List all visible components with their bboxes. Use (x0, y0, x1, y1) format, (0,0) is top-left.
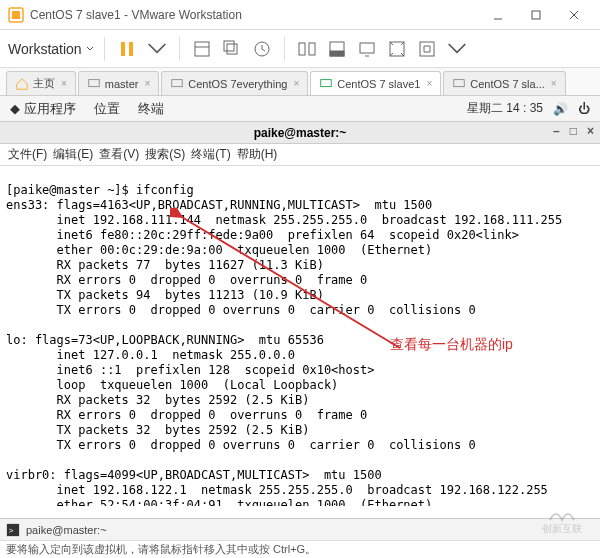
menu-view[interactable]: 查看(V) (99, 146, 139, 163)
console-button[interactable] (355, 37, 379, 61)
hint-text: 要将输入定向到该虚拟机，请将鼠标指针移入其中或按 Ctrl+G。 (6, 542, 316, 557)
svg-rect-9 (227, 44, 237, 54)
annotation-text: 查看每一台机器的ip (390, 336, 513, 354)
window-title: CentOS 7 slave1 - VMware Workstation (30, 8, 480, 22)
svg-rect-15 (330, 51, 344, 56)
menu-search[interactable]: 搜索(S) (145, 146, 185, 163)
vm-icon (452, 77, 466, 91)
tab-home[interactable]: 主页 × (6, 71, 76, 95)
home-icon (15, 77, 29, 91)
svg-rect-16 (360, 43, 374, 53)
thumbnail-button[interactable] (325, 37, 349, 61)
tools-dropdown[interactable] (445, 37, 469, 61)
gnome-applications[interactable]: ◆ 应用程序 (10, 100, 76, 118)
svg-rect-23 (454, 79, 465, 86)
vm-icon (87, 77, 101, 91)
terminal-minimize[interactable]: – (553, 124, 560, 138)
tab-centos-everything[interactable]: CentOS 7everything × (161, 71, 308, 95)
svg-rect-22 (321, 79, 332, 86)
tab-label: CentOS 7everything (188, 78, 287, 90)
svg-rect-21 (172, 79, 183, 86)
svg-rect-6 (121, 42, 125, 56)
close-icon[interactable]: × (144, 78, 150, 89)
tab-centos-slave1[interactable]: CentOS 7 slave1 × (310, 71, 441, 95)
vm-icon (319, 77, 333, 91)
svg-rect-3 (532, 11, 540, 19)
terminal-title-text: paike@master:~ (254, 126, 347, 140)
svg-rect-7 (129, 42, 133, 56)
svg-rect-1 (12, 11, 20, 19)
tab-centos-slave2[interactable]: CentOS 7 sla... × (443, 71, 565, 95)
menu-terminal[interactable]: 终端(T) (191, 146, 230, 163)
terminal-output[interactable]: [paike@master ~]$ ifconfig ens33: flags=… (0, 166, 600, 506)
power-icon[interactable]: ⏻ (578, 102, 590, 116)
window-title-bar: CentOS 7 slave1 - VMware Workstation (0, 0, 600, 30)
close-icon[interactable]: × (293, 78, 299, 89)
pause-button[interactable] (115, 37, 139, 61)
chevron-down-icon (86, 45, 94, 53)
svg-rect-12 (299, 43, 305, 55)
menu-file[interactable]: 文件(F) (8, 146, 47, 163)
tab-label: master (105, 78, 139, 90)
svg-text:>: > (9, 525, 14, 534)
svg-rect-20 (89, 79, 100, 86)
svg-rect-19 (420, 42, 434, 56)
svg-rect-13 (309, 43, 315, 55)
minimize-button[interactable] (480, 3, 516, 27)
terminal-close[interactable]: × (587, 124, 594, 138)
terminal-maximize[interactable]: □ (570, 124, 577, 138)
tab-master[interactable]: master × (78, 71, 159, 95)
vmware-status-bar: > paike@master:~ (0, 518, 600, 540)
status-vm-name: paike@master:~ (26, 524, 107, 536)
terminal-menu-bar: 文件(F) 编辑(E) 查看(V) 搜索(S) 终端(T) 帮助(H) (0, 144, 600, 166)
menu-edit[interactable]: 编辑(E) (53, 146, 93, 163)
vmware-icon (8, 7, 24, 23)
volume-icon[interactable]: 🔊 (553, 102, 568, 116)
close-icon[interactable]: × (426, 78, 432, 89)
stretch-button[interactable] (385, 37, 409, 61)
vm-icon (170, 77, 184, 91)
close-button[interactable] (556, 3, 592, 27)
close-icon[interactable]: × (61, 78, 67, 89)
tab-label: CentOS 7 slave1 (337, 78, 420, 90)
gnome-apps-label: 应用程序 (24, 100, 76, 118)
view-library-button[interactable] (295, 37, 319, 61)
tab-home-label: 主页 (33, 76, 55, 91)
terminal-title-bar: paike@master:~ – □ × (0, 122, 600, 144)
main-toolbar: Workstation (0, 30, 600, 68)
gnome-places[interactable]: 位置 (94, 100, 120, 118)
workstation-label: Workstation (8, 41, 82, 57)
close-icon[interactable]: × (551, 78, 557, 89)
svg-rect-8 (195, 42, 209, 56)
revert-button[interactable] (250, 37, 274, 61)
gnome-terminal[interactable]: 终端 (138, 100, 164, 118)
apps-icon: ◆ (10, 101, 20, 116)
workstation-menu[interactable]: Workstation (8, 41, 94, 57)
fullscreen-button[interactable] (415, 37, 439, 61)
svg-rect-10 (224, 41, 234, 51)
snapshot-button[interactable] (190, 37, 214, 61)
power-dropdown[interactable] (145, 37, 169, 61)
tab-label: CentOS 7 sla... (470, 78, 545, 90)
gnome-top-bar: ◆ 应用程序 位置 终端 星期二 14 : 35 🔊 ⏻ (0, 96, 600, 122)
watermark-logo: 创新互联 (532, 506, 592, 536)
menu-help[interactable]: 帮助(H) (237, 146, 278, 163)
terminal-icon: > (6, 523, 20, 537)
gnome-clock[interactable]: 星期二 14 : 35 (467, 100, 543, 117)
snapshot-manager-button[interactable] (220, 37, 244, 61)
hint-bar: 要将输入定向到该虚拟机，请将鼠标指针移入其中或按 Ctrl+G。 (0, 540, 600, 558)
vm-tabs: 主页 × master × CentOS 7everything × CentO… (0, 68, 600, 96)
maximize-button[interactable] (518, 3, 554, 27)
